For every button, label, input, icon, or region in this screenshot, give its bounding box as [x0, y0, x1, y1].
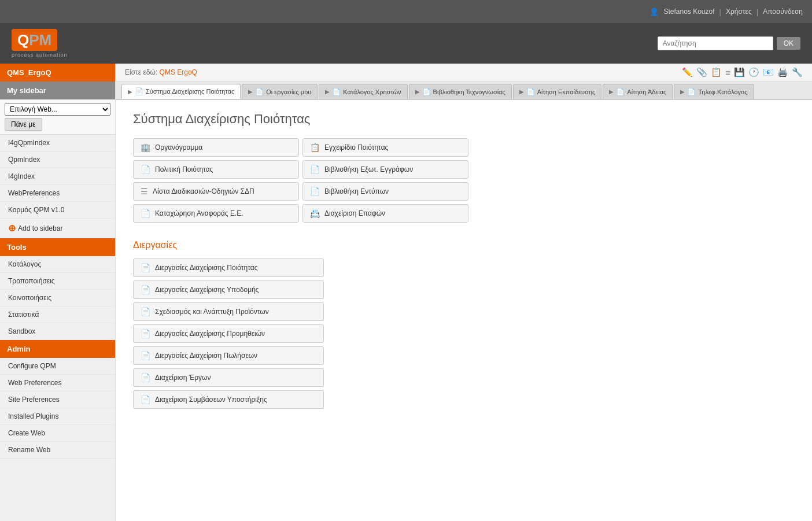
settings-icon[interactable]: 🔧 — [792, 67, 803, 77]
tab-icon-0: 📄 — [135, 87, 143, 95]
sep1: | — [719, 8, 721, 16]
edit-icon[interactable]: ✏️ — [682, 67, 693, 77]
sidebar-section-qms: QMS_ErgoQ — [0, 64, 115, 82]
logout-link[interactable]: Αποσύνδεση — [763, 8, 803, 16]
process-button-1[interactable]: 📄 Διεργασίες Διαχείρισης Υποδομής — [133, 280, 324, 299]
history-icon[interactable]: 🕐 — [748, 67, 759, 77]
sidebar-web-select-area: Επιλογή Web... Πάνε με — [0, 99, 115, 135]
header: QPM process automation OK — [0, 23, 812, 64]
sidebar-item-i4gindex[interactable]: I4gIndex — [0, 168, 115, 185]
process-button-0[interactable]: 📄 Διεργασίες Διαχείρισης Ποιότητας — [133, 258, 324, 277]
tab-arrow-4: ▶ — [519, 88, 524, 95]
tab-label-5: Αίτηση Άδειας — [627, 88, 666, 95]
grid-button-5[interactable]: 📄 Βιβλιοθήκη Εντύπων — [302, 182, 468, 201]
sidebar-section-my: My sidebar — [0, 82, 115, 99]
grid-btn-icon-5: 📄 — [310, 187, 320, 196]
add-to-sidebar[interactable]: ⊕ Add to sidebar — [0, 219, 115, 238]
process-btn-label-6: Διαχείριση Συμβάσεων Υποστήριξης — [155, 396, 267, 404]
process-button-2[interactable]: 📄 Σχεδιασμός και Ανάπτυξη Προϊόντων — [133, 302, 324, 321]
save-icon[interactable]: 💾 — [734, 67, 745, 77]
tab-icon-6: 📄 — [687, 88, 696, 96]
tab-arrow-1: ▶ — [248, 88, 253, 95]
breadcrumb-prefix: Είστε εδώ: — [125, 68, 157, 76]
sidebar-item-webprefs[interactable]: WebPreferences — [0, 185, 115, 202]
sidebar-item-qpmindex[interactable]: QpmIndex — [0, 152, 115, 168]
sidebar-item-kormos[interactable]: Κορμός QPM v1.0 — [0, 202, 115, 219]
tab-label-4: Αίτηση Εκπαίδευσης — [537, 88, 596, 95]
sep2: | — [756, 8, 758, 16]
toolbar-icons: ✏️ 📎 📋 ≡ 💾 🕐 📧 🖨️ 🔧 — [682, 67, 803, 77]
tab-label-1: Οι εργασίες μου — [266, 88, 311, 95]
grid-btn-icon-3: 📄 — [310, 165, 320, 174]
search-input[interactable] — [658, 36, 773, 50]
process-btn-label-3: Διεργασίες Διαχείρισης Προμηθειών — [155, 330, 265, 338]
main-grid: 🏢 Οργανόγραμμα📋 Εγχειρίδιο Ποιότητας📄 Πο… — [133, 138, 468, 223]
process-btn-label-4: Διεργασίες Διαχείριση Πωλήσεων — [155, 352, 257, 360]
tab-1[interactable]: ▶ 📄 Οι εργασίες μου — [242, 84, 318, 99]
grid-button-1[interactable]: 📋 Εγχειρίδιο Ποιότητας — [302, 138, 468, 157]
layout: QMS_ErgoQ My sidebar Επιλογή Web... Πάνε… — [0, 64, 812, 521]
process-btn-label-1: Διεργασίες Διαχείρισης Υποδομής — [155, 286, 259, 294]
search-button[interactable]: OK — [777, 37, 800, 50]
sidebar-item-i4gqpmindex[interactable]: I4gQpmIndex — [0, 135, 115, 152]
sidebar-item-create-web[interactable]: Create Web — [0, 425, 115, 442]
tab-5[interactable]: ▶ 📄 Αίτηση Άδειας — [603, 84, 673, 99]
grid-btn-icon-2: 📄 — [141, 165, 150, 174]
search-area: OK — [658, 36, 800, 50]
sidebar-item-site-prefs[interactable]: Site Preferences — [0, 391, 115, 408]
sidebar-item-installed-plugins[interactable]: Installed Plugins — [0, 408, 115, 425]
tab-icon-3: 📄 — [422, 88, 431, 96]
sidebar-item-koinopoiiseis[interactable]: Κοινοποιήσεις — [0, 290, 115, 306]
add-icon: ⊕ — [8, 223, 16, 234]
sidebar-item-configure-qpm[interactable]: Configure QPM — [0, 358, 115, 375]
attach-icon[interactable]: 📎 — [696, 67, 707, 77]
process-button-3[interactable]: 📄 Διεργασίες Διαχείρισης Προμηθειών — [133, 324, 324, 343]
tab-icon-1: 📄 — [255, 88, 264, 96]
go-button[interactable]: Πάνε με — [5, 118, 42, 131]
sidebar-item-tropopoiiseis[interactable]: Τροποποιήσεις — [0, 273, 115, 290]
users-link[interactable]: Χρήστες — [726, 8, 752, 16]
tabbar: ▶ 📄 Σύστημα Διαχείρισης Ποιότητας▶ 📄 Οι … — [116, 82, 812, 100]
process-btn-icon-4: 📄 — [141, 351, 150, 360]
sidebar-item-sandbox[interactable]: Sandbox — [0, 323, 115, 340]
process-button-5[interactable]: 📄 Διαχείριση Έργων — [133, 368, 324, 387]
grid-btn-label-7: Διαχείριση Επαφών — [324, 209, 385, 217]
grid-button-3[interactable]: 📄 Βιβλιοθήκη Εξωτ. Εγγράφων — [302, 160, 468, 179]
list-icon[interactable]: ≡ — [725, 68, 730, 77]
sidebar: QMS_ErgoQ My sidebar Επιλογή Web... Πάνε… — [0, 64, 116, 521]
logo: QPM process automation — [12, 29, 68, 58]
tab-2[interactable]: ▶ 📄 Κατάλογος Χρηστών — [319, 84, 407, 99]
sidebar-item-katalogos[interactable]: Κατάλογος — [0, 256, 115, 273]
copy-icon[interactable]: 📋 — [711, 67, 722, 77]
grid-btn-icon-1: 📋 — [310, 143, 320, 152]
grid-button-0[interactable]: 🏢 Οργανόγραμμα — [133, 138, 299, 157]
grid-button-2[interactable]: 📄 Πολιτική Ποιότητας — [133, 160, 299, 179]
tab-arrow-5: ▶ — [609, 88, 614, 95]
grid-button-6[interactable]: 📄 Καταχώρηση Αναφοράς Ε.Ε. — [133, 204, 299, 223]
sidebar-section-admin: Admin — [0, 340, 115, 358]
breadcrumb-link[interactable]: QMS ErgoQ — [160, 68, 197, 76]
tab-0[interactable]: ▶ 📄 Σύστημα Διαχείρισης Ποιότητας — [121, 84, 241, 99]
logo-box: QPM — [12, 29, 57, 51]
process-btn-icon-5: 📄 — [141, 373, 150, 382]
process-button-6[interactable]: 📄 Διαχείριση Συμβάσεων Υποστήριξης — [133, 390, 324, 409]
logo-subtitle: process automation — [12, 52, 68, 58]
tab-label-6: Τηλεφ.Κατάλογος — [698, 88, 747, 95]
process-btn-icon-1: 📄 — [141, 285, 150, 294]
grid-button-7[interactable]: 📇 Διαχείριση Επαφών — [302, 204, 468, 223]
grid-button-4[interactable]: ☰ Λίστα Διαδικασιών-Οδηγιών ΣΔΠ — [133, 182, 299, 201]
topbar: 👤 Stefanos Kouzof | Χρήστες | Αποσύνδεση — [0, 0, 812, 23]
sidebar-item-statistika[interactable]: Στατιστικά — [0, 306, 115, 323]
tab-3[interactable]: ▶ 📄 Βιβλιοθήκη Τεχνογνωσίας — [409, 84, 512, 99]
print-icon[interactable]: 🖨️ — [777, 67, 788, 77]
web-select-dropdown[interactable]: Επιλογή Web... — [5, 103, 110, 116]
tab-4[interactable]: ▶ 📄 Αίτηση Εκπαίδευσης — [513, 84, 602, 99]
process-btn-icon-6: 📄 — [141, 395, 150, 404]
mail-icon[interactable]: 📧 — [763, 67, 774, 77]
tab-label-2: Κατάλογος Χρηστών — [343, 88, 401, 95]
process-btn-icon-2: 📄 — [141, 307, 150, 316]
process-button-4[interactable]: 📄 Διεργασίες Διαχείριση Πωλήσεων — [133, 346, 324, 365]
sidebar-item-rename-web[interactable]: Rename Web — [0, 442, 115, 459]
tab-6[interactable]: ▶ 📄 Τηλεφ.Κατάλογος — [674, 84, 754, 99]
sidebar-item-web-prefs[interactable]: Web Preferences — [0, 375, 115, 391]
